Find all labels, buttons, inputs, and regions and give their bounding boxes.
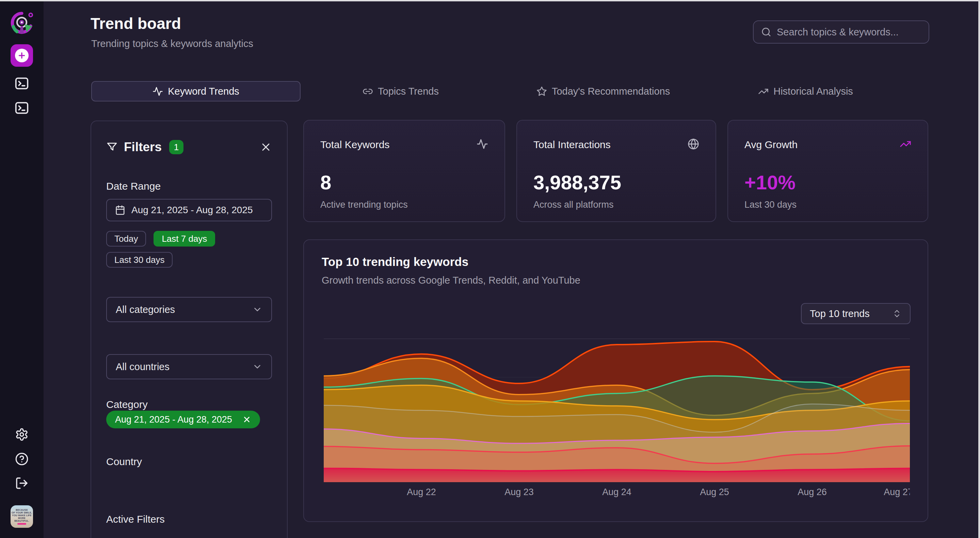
filters-title: Filters [124,140,162,154]
tab-todays-recommendations[interactable]: Today's Recommendations [536,86,670,97]
window-right-edge [978,0,980,538]
link-icon [363,86,373,97]
active-filter-chip: Aug 21, 2025 - Aug 28, 2025 [106,411,260,428]
category-label: Category [106,399,272,410]
country-label: Country [106,456,272,468]
preset-last-7-days[interactable]: Last 7 days [154,231,215,247]
stat-value: 8 [320,171,331,194]
terminal-icon [14,76,30,91]
trending-up-icon [900,138,911,150]
trending-up-icon [758,86,768,97]
close-icon[interactable] [260,141,272,153]
logout-button[interactable] [15,476,29,490]
svg-text:Aug 22: Aug 22 [407,487,436,497]
preset-last-30-days[interactable]: Last 30 days [106,252,173,267]
country-value: All countries [116,361,170,372]
activity-icon [477,138,488,150]
settings-button[interactable] [15,428,29,441]
preset-today[interactable]: Today [106,231,146,247]
tab-historical-analysis[interactable]: Historical Analysis [758,86,853,97]
add-button[interactable] [11,44,33,67]
avatar-text-line: OF YOUR SMILE, [11,511,32,514]
stat-caption: Last 30 days [745,199,797,210]
gear-icon [15,428,29,441]
tab-topics-trends[interactable]: Topics Trends [363,86,439,97]
window-top-edge [0,0,980,2]
page-title: Trend board [91,14,181,33]
avatar-text-line: BEAUTIFUL. [14,520,29,522]
calendar-icon [115,205,125,215]
tab-keyword-trends[interactable]: Keyword Trends [91,81,301,102]
funnel-icon [106,141,118,153]
stat-title: Total Keywords [320,139,390,151]
trending-keywords-card: Top 10 trending keywords Growth trends a… [303,239,928,522]
search-input[interactable] [777,27,921,38]
globe-icon [687,138,699,150]
svg-text:Aug 26: Aug 26 [797,487,827,497]
avatar-text-line: YOU MAKE LIFE MORE [11,514,33,520]
trend-count-value: Top 10 trends [810,308,870,319]
filters-count-badge: 1 [169,140,183,154]
stat-value: +10% [745,171,795,194]
remove-filter-icon[interactable] [242,415,251,424]
date-range-label: Date Range [106,180,272,192]
svg-text:Aug 27: Aug 27 [884,487,910,497]
sidebar: BECAUSE OF YOUR SMILE, YOU MAKE LIFE MOR… [0,0,44,538]
tab-label: Today's Recommendations [552,86,670,97]
avatar-text-line: BECAUSE [16,509,28,511]
app-logo[interactable] [9,10,34,35]
search-bar[interactable] [753,21,929,44]
app-logo-icon [9,10,34,35]
date-range-value: Aug 21, 2025 - Aug 28, 2025 [131,205,253,215]
stat-card-avg-growth: Avg Growth +10% Last 30 days [727,120,928,222]
date-presets-row: Last 30 days [106,252,272,267]
stat-caption: Active trending topics [320,199,408,210]
chevrons-up-down-icon [892,309,902,318]
sidebar-item-terminal-1[interactable] [14,76,30,91]
chart-subtitle: Growth trends across Google Trends, Redd… [322,275,581,286]
svg-text:Aug 24: Aug 24 [602,487,632,497]
page-subtitle: Trending topics & keywords analytics [91,38,253,49]
sidebar-item-terminal-2[interactable] [14,100,30,116]
avatar[interactable]: BECAUSE OF YOUR SMILE, YOU MAKE LIFE MOR… [11,505,33,528]
star-icon [536,86,547,97]
date-presets-row: Today Last 7 days [106,231,272,247]
plus-icon [15,49,29,62]
tab-label: Historical Analysis [773,86,853,97]
filters-panel: Filters 1 Date Range Aug 21, 2025 - Aug … [91,121,288,538]
tab-label: Keyword Trends [168,86,239,97]
svg-text:Aug 23: Aug 23 [504,487,534,497]
svg-text:Aug 25: Aug 25 [700,487,729,497]
category-value: All categories [116,304,175,315]
tab-bar: Keyword Trends Topics Trends Today's Rec… [91,81,853,102]
search-icon [761,27,772,37]
trending-keywords-area-chart[interactable]: Aug 22Aug 23Aug 24Aug 25Aug 26Aug 27 [324,335,910,505]
stat-title: Avg Growth [745,139,797,151]
tab-label: Topics Trends [378,86,439,97]
date-range-input[interactable]: Aug 21, 2025 - Aug 28, 2025 [106,199,272,221]
filters-header: Filters 1 [106,136,272,158]
stat-caption: Across all platforms [533,199,614,210]
trend-count-select[interactable]: Top 10 trends [801,303,910,324]
terminal-icon [14,100,30,116]
help-button[interactable] [15,452,29,466]
active-filters-label: Active Filters [106,514,272,525]
country-select[interactable]: All countries [106,354,272,379]
help-icon [15,452,29,466]
chart-title: Top 10 trending keywords [322,255,468,269]
stat-value: 3,988,375 [533,171,621,194]
logout-icon [15,476,29,490]
stat-card-total-keywords: Total Keywords 8 Active trending topics [303,120,505,222]
avatar-pink-chip [18,523,26,525]
active-filter-chip-label: Aug 21, 2025 - Aug 28, 2025 [115,414,232,425]
stat-card-total-interactions: Total Interactions 3,988,375 Across all … [516,120,716,222]
chevron-down-icon [252,304,262,315]
category-select[interactable]: All categories [106,297,272,322]
stat-title: Total Interactions [533,139,611,151]
activity-icon [153,86,163,97]
chevron-down-icon [252,361,262,372]
